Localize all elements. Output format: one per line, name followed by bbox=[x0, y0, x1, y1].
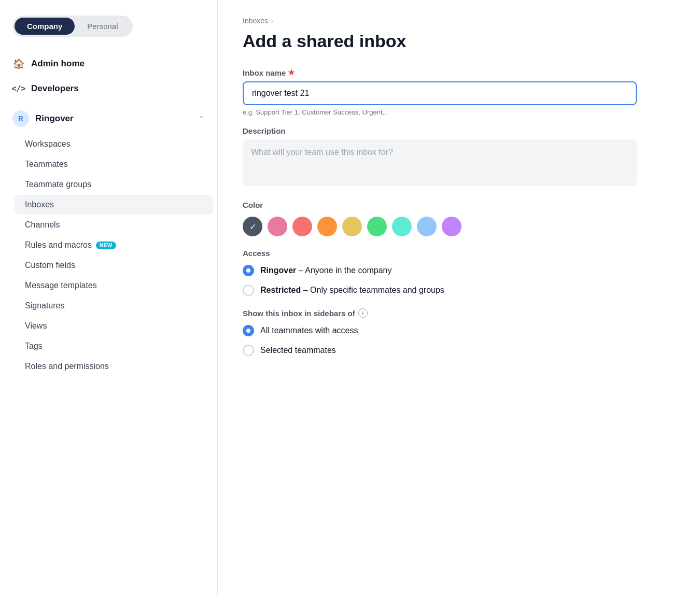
color-swatch-dark[interactable]: ✓ bbox=[243, 217, 262, 236]
color-label: Color bbox=[243, 201, 637, 209]
breadcrumb: Inboxes › bbox=[243, 17, 675, 25]
sidebar-show-options: All teammates with accessSelected teamma… bbox=[243, 325, 637, 356]
color-swatches: ✓ bbox=[243, 217, 637, 236]
color-swatch-yellow[interactable] bbox=[342, 217, 362, 236]
inbox-name-field: Inbox name ★ e.g. Support Tier 1, Custom… bbox=[243, 68, 637, 116]
color-section: Color ✓ bbox=[243, 201, 637, 236]
color-swatch-purple[interactable] bbox=[442, 217, 461, 236]
company-name: Ringover bbox=[35, 113, 74, 124]
sidebar-show-option-all-teammates[interactable]: All teammates with access bbox=[243, 325, 637, 336]
breadcrumb-link[interactable]: Inboxes bbox=[243, 17, 268, 25]
color-swatch-green[interactable] bbox=[367, 217, 387, 236]
admin-home-label: Admin home bbox=[31, 59, 85, 69]
company-avatar: R bbox=[12, 110, 29, 127]
sidebar-item-signatures[interactable]: Signatures bbox=[15, 296, 213, 316]
sidebar-item-custom-fields[interactable]: Custom fields bbox=[15, 256, 213, 275]
new-badge: NEW bbox=[96, 242, 116, 249]
sidebar: Company Personal 🏠 Admin home </> Develo… bbox=[0, 0, 218, 596]
sidebar-item-admin-home[interactable]: 🏠 Admin home bbox=[4, 51, 213, 76]
radio-label-sidebar-selected-teammates: Selected teammates bbox=[260, 346, 336, 355]
sidebar-show-section: Show this inbox in sidebars of i All tea… bbox=[243, 308, 637, 356]
company-toggle-btn[interactable]: Company bbox=[15, 18, 75, 35]
color-swatch-blue[interactable] bbox=[417, 217, 437, 236]
color-swatch-red[interactable] bbox=[292, 217, 312, 236]
info-icon[interactable]: i bbox=[358, 308, 368, 318]
personal-toggle-btn[interactable]: Personal bbox=[75, 18, 130, 35]
access-option-ringover[interactable]: Ringover – Anyone in the company bbox=[243, 265, 637, 276]
home-icon: 🏠 bbox=[12, 58, 25, 70]
sidebar-item-roles-permissions[interactable]: Roles and permissions bbox=[15, 357, 213, 376]
sidebar-item-rules-macros[interactable]: Rules and macrosNEW bbox=[15, 235, 213, 255]
description-input[interactable] bbox=[243, 139, 637, 186]
sidebar-item-teammate-groups[interactable]: Teammate groups bbox=[15, 175, 213, 194]
radio-ringover[interactable] bbox=[243, 265, 254, 276]
sidebar-item-channels[interactable]: Channels bbox=[15, 215, 213, 235]
company-sub-items: WorkspacesTeammatesTeammate groupsInboxe… bbox=[4, 134, 213, 376]
form-section: Inbox name ★ e.g. Support Tier 1, Custom… bbox=[243, 68, 637, 356]
company-header[interactable]: R Ringover ⌃ bbox=[4, 105, 213, 132]
sidebar-item-tags[interactable]: Tags bbox=[15, 336, 213, 356]
developers-label: Developers bbox=[31, 83, 79, 94]
sidebar-item-message-templates[interactable]: Message templates bbox=[15, 276, 213, 295]
access-section: Access Ringover – Anyone in the companyR… bbox=[243, 249, 637, 296]
color-swatch-orange[interactable] bbox=[317, 217, 337, 236]
radio-sidebar-all-teammates[interactable] bbox=[243, 325, 254, 336]
color-swatch-pink[interactable] bbox=[268, 217, 287, 236]
sidebar-item-teammates[interactable]: Teammates bbox=[15, 154, 213, 174]
inbox-name-input[interactable] bbox=[243, 81, 637, 105]
description-label: Description bbox=[243, 126, 637, 135]
radio-label-sidebar-all-teammates: All teammates with access bbox=[260, 326, 358, 335]
inbox-name-label: Inbox name ★ bbox=[243, 68, 637, 77]
radio-restricted[interactable] bbox=[243, 285, 254, 296]
required-star: ★ bbox=[288, 68, 295, 77]
sidebar-show-label: Show this inbox in sidebars of i bbox=[243, 308, 637, 318]
sidebar-item-inboxes[interactable]: Inboxes bbox=[15, 195, 213, 215]
code-icon: </> bbox=[12, 82, 25, 95]
view-toggle: Company Personal bbox=[12, 16, 133, 37]
sidebar-item-workspaces[interactable]: Workspaces bbox=[15, 134, 213, 154]
access-option-restricted[interactable]: Restricted – Only specific teammates and… bbox=[243, 285, 637, 296]
sidebar-item-developers[interactable]: </> Developers bbox=[4, 76, 213, 101]
breadcrumb-separator: › bbox=[271, 17, 273, 25]
sidebar-item-views[interactable]: Views bbox=[15, 316, 213, 336]
chevron-up-icon: ⌃ bbox=[199, 115, 205, 123]
sidebar-show-option-selected-teammates[interactable]: Selected teammates bbox=[243, 345, 637, 356]
page-title: Add a shared inbox bbox=[243, 31, 675, 51]
radio-sidebar-selected-teammates[interactable] bbox=[243, 345, 254, 356]
inbox-name-hint: e.g. Support Tier 1, Customer Success, U… bbox=[243, 108, 637, 116]
access-label: Access bbox=[243, 249, 637, 258]
main-content: Inboxes › Add a shared inbox Inbox name … bbox=[218, 0, 700, 596]
radio-label-ringover: Ringover – Anyone in the company bbox=[260, 266, 391, 275]
company-header-left: R Ringover bbox=[12, 110, 74, 127]
company-group: R Ringover ⌃ WorkspacesTeammatesTeammate… bbox=[4, 105, 213, 376]
access-options: Ringover – Anyone in the companyRestrict… bbox=[243, 265, 637, 296]
radio-label-restricted: Restricted – Only specific teammates and… bbox=[260, 286, 444, 295]
color-swatch-teal[interactable] bbox=[392, 217, 412, 236]
description-field: Description bbox=[243, 126, 637, 188]
